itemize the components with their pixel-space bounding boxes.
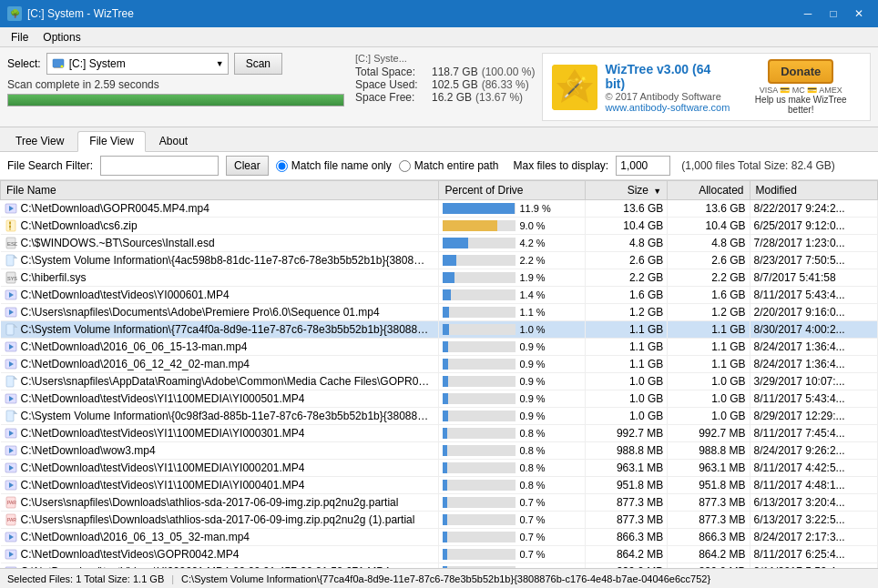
file-table: File Name Percent of Drive Size ▼ Alloca… bbox=[0, 180, 878, 568]
table-row[interactable]: C:\NetDownload\2016_06_13_05_32-man.mp4 … bbox=[1, 529, 878, 546]
radio-filename-text: Match file name only bbox=[291, 159, 392, 172]
percent-bar-bg bbox=[443, 549, 516, 560]
svg-marker-16 bbox=[14, 255, 17, 259]
cell-modified: 2/20/2017 9:16:0... bbox=[750, 304, 877, 321]
th-filename[interactable]: File Name bbox=[1, 181, 439, 200]
file-type-icon: PAR bbox=[5, 513, 17, 526]
brand-copy: © 2017 Antibody Software bbox=[605, 91, 733, 102]
percent-bar-bg bbox=[443, 462, 516, 473]
table-row[interactable]: C:\NetDownload\testVideos\YI1\100MEDIA\Y… bbox=[1, 477, 878, 494]
radio-filename[interactable] bbox=[276, 160, 288, 172]
percent-bar-bg bbox=[443, 445, 516, 456]
file-table-container[interactable]: File Name Percent of Drive Size ▼ Alloca… bbox=[0, 180, 878, 568]
cell-name: C:\NetDownload\testVideos\YI1\100MEDIA\Y… bbox=[1, 390, 439, 408]
table-row[interactable]: C:\NetDownload\wow3.mp4 0.8 % 988.8 MB 9… bbox=[1, 442, 878, 460]
th-size[interactable]: Size ▼ bbox=[585, 181, 667, 200]
cell-allocated: 13.6 GB bbox=[668, 200, 750, 218]
cell-allocated: 963.1 MB bbox=[668, 460, 750, 477]
radio-filename-label[interactable]: Match file name only bbox=[276, 159, 392, 172]
cell-percent: 0.7 % bbox=[439, 494, 586, 512]
title-bar: 🌳 [C:] System - WizTree ─ □ ✕ bbox=[0, 0, 878, 27]
percent-value: 1.9 % bbox=[519, 272, 556, 283]
table-row[interactable]: C:\System Volume Information\{4ac598b8-8… bbox=[1, 252, 878, 269]
cell-name: C:\NetDownload\testVideos\YI1\100MEDIA\Y… bbox=[1, 477, 439, 494]
app-icon: 🌳 bbox=[7, 6, 22, 21]
percent-bar-fill bbox=[443, 220, 497, 231]
clear-button[interactable]: Clear bbox=[226, 156, 269, 176]
th-modified[interactable]: Modified bbox=[750, 181, 877, 200]
percent-value: 0.8 % bbox=[519, 428, 556, 439]
cell-name: C:\System Volume Information\{77ca4f0a-8… bbox=[1, 321, 439, 339]
cell-percent: 1.4 % bbox=[439, 287, 586, 304]
radio-path[interactable] bbox=[399, 160, 411, 172]
cell-allocated: 10.4 GB bbox=[668, 218, 750, 235]
cell-percent: 0.9 % bbox=[439, 339, 586, 356]
table-row[interactable]: C:\NetDownload\testVideos\YI1\100MEDIA\Y… bbox=[1, 390, 878, 408]
max-files-input[interactable] bbox=[616, 156, 670, 176]
used-space-row: Space Used: 102.5 GB (86.33 %) bbox=[355, 78, 535, 91]
minimize-button[interactable]: ─ bbox=[796, 5, 820, 23]
svg-rect-10 bbox=[9, 222, 11, 224]
table-row[interactable]: C:\NetDownload\testVideos\YI000601.MP4 1… bbox=[1, 287, 878, 304]
wiztree-brand: 🪄 WizTree v3.00 (64 bit) © 2017 Antibody… bbox=[542, 53, 871, 121]
percent-bar-bg bbox=[443, 393, 516, 404]
tab-about[interactable]: About bbox=[148, 131, 199, 151]
th-allocated[interactable]: Allocated bbox=[668, 181, 750, 200]
cell-name: C:\NetDownload\testVideos\GOPR0042.MP4 bbox=[1, 546, 439, 563]
donate-section: Donate VISA 💳 MC 💳 AMEX Help us make Wiz… bbox=[740, 59, 861, 115]
cell-name: ESD C:\$WINDOWS.~BT\Sources\Install.esd bbox=[1, 235, 439, 252]
scan-button[interactable]: Scan bbox=[234, 53, 282, 75]
cell-modified: 8/24/2017 9:26:2... bbox=[750, 442, 877, 460]
tab-file-view[interactable]: File View bbox=[77, 131, 145, 152]
free-space-val: 16.2 GB bbox=[432, 91, 472, 104]
file-name-text: C:\$WINDOWS.~BT\Sources\Install.esd bbox=[21, 237, 215, 249]
table-row[interactable]: C:\NetDownload\GOPR0045.MP4.mp4 11.9 % 1… bbox=[1, 200, 878, 218]
percent-bar-fill bbox=[443, 445, 447, 456]
table-row[interactable]: ESD C:\$WINDOWS.~BT\Sources\Install.esd … bbox=[1, 235, 878, 252]
file-name-text: C:\NetDownload\wow3.mp4 bbox=[21, 444, 156, 457]
table-row[interactable]: C:\Users\snapfiles\AppData\Roaming\Adobe… bbox=[1, 373, 878, 390]
cell-allocated: 1.1 GB bbox=[668, 321, 750, 339]
table-row[interactable]: C:\NetDownload\cs6.zip 9.0 % 10.4 GB 10.… bbox=[1, 218, 878, 235]
close-button[interactable]: ✕ bbox=[847, 5, 871, 23]
percent-bar-bg bbox=[443, 220, 516, 231]
cell-name: C:\Users\snapfiles\Documents\Adobe\Premi… bbox=[1, 304, 439, 321]
table-row[interactable]: C:\NetDownload\testVideos\YI1\100MEDIA\Y… bbox=[1, 425, 878, 442]
cell-size: 1.1 GB bbox=[585, 356, 667, 373]
percent-bar-bg bbox=[443, 532, 516, 542]
th-percent[interactable]: Percent of Drive bbox=[439, 181, 586, 200]
used-space-val: 102.5 GB bbox=[432, 78, 478, 91]
filter-input[interactable] bbox=[100, 156, 219, 176]
percent-value: 4.2 % bbox=[519, 238, 556, 248]
table-row[interactable]: C:\NetDownload\2016_06_12_42_02-man.mp4 … bbox=[1, 356, 878, 373]
table-row[interactable]: C:\NetDownload\testVideos\YI1\100MEDIA\Y… bbox=[1, 460, 878, 477]
percent-bar-bg bbox=[443, 428, 516, 439]
cell-name: C:\NetDownload\wow3.mp4 bbox=[1, 442, 439, 460]
table-row[interactable]: C:\System Volume Information\{77ca4f0a-8… bbox=[1, 321, 878, 339]
tab-tree-view[interactable]: Tree View bbox=[4, 131, 76, 151]
table-row[interactable]: SYS C:\hiberfil.sys 1.9 % 2.2 GB 2.2 GB … bbox=[1, 269, 878, 287]
menu-file[interactable]: File bbox=[4, 29, 36, 46]
radio-path-label[interactable]: Match entire path bbox=[399, 159, 499, 172]
file-type-icon: ESD bbox=[5, 237, 17, 249]
table-row[interactable]: PAR C:\Users\snapfiles\Downloads\athlios… bbox=[1, 494, 878, 512]
table-row[interactable]: C:\NetDownload\2016_06_06_15-13-man.mp4 … bbox=[1, 339, 878, 356]
file-type-icon bbox=[5, 306, 17, 319]
percent-bar-fill bbox=[443, 307, 449, 318]
filter-label: File Search Filter: bbox=[7, 159, 93, 172]
maximize-button[interactable]: □ bbox=[822, 5, 845, 23]
table-row[interactable]: C:\Users\snapfiles\Documents\Adobe\Premi… bbox=[1, 304, 878, 321]
svg-rect-11 bbox=[9, 226, 11, 228]
menu-options[interactable]: Options bbox=[36, 29, 87, 46]
table-row[interactable]: C:\NetDownload\testVideos\GOPR0042.MP4 0… bbox=[1, 546, 878, 563]
donate-button[interactable]: Donate bbox=[768, 59, 833, 84]
table-row[interactable]: C:\System Volume Information\{0c98f3ad-8… bbox=[1, 408, 878, 425]
svg-text:PAR: PAR bbox=[7, 517, 16, 522]
percent-bar-bg bbox=[443, 411, 516, 421]
file-name-text: C:\System Volume Information\{77ca4f0a-8… bbox=[21, 323, 431, 336]
cell-size: 1.2 GB bbox=[585, 304, 667, 321]
percent-value: 0.9 % bbox=[519, 341, 556, 352]
cell-percent: 0.9 % bbox=[439, 373, 586, 390]
table-row[interactable]: PAR C:\Users\snapfiles\Downloads\athlios… bbox=[1, 512, 878, 529]
drive-dropdown[interactable]: [C:] System ▼ bbox=[46, 53, 229, 75]
